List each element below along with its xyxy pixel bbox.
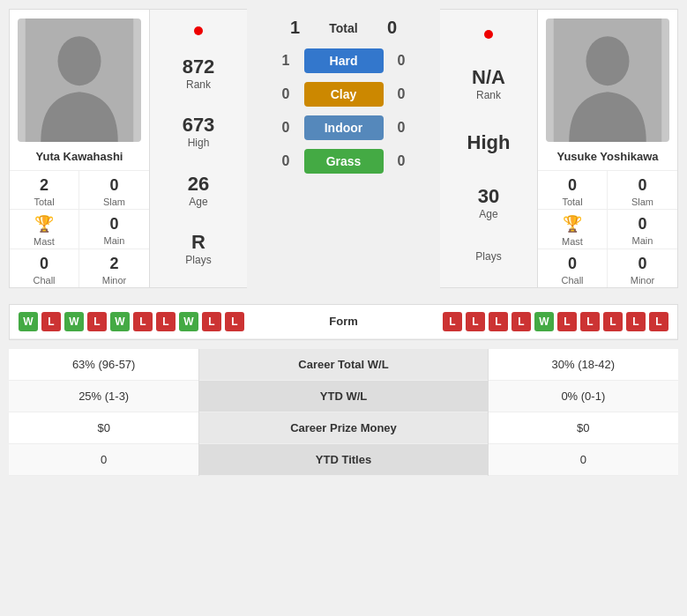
surface-row-indoor: 0 Indoor 0	[251, 115, 436, 140]
surface-btn-grass[interactable]: Grass	[304, 149, 384, 174]
right-mast-cell: 🏆 Mast	[538, 210, 608, 249]
surface-score-right-1: 0	[391, 86, 413, 102]
center-comparison: 1 Total 0 1 Hard 0 0 Clay 0 0 Indoor 0 0…	[247, 9, 440, 288]
left-total-value: 2	[13, 176, 75, 195]
stats-center-0: Career Total W/L	[199, 349, 488, 381]
right-player-stats: 0 Total 0 Slam 🏆 Mast 0 Main 0 Chall	[538, 170, 677, 287]
stats-right-1: 0% (0-1)	[488, 380, 678, 412]
left-form-badge-4: W	[110, 312, 130, 331]
left-slam-label: Slam	[83, 197, 146, 207]
total-score-right: 0	[379, 18, 406, 38]
stats-left-1: 25% (1-3)	[9, 380, 199, 412]
surface-rows: 1 Hard 0 0 Clay 0 0 Indoor 0 0 Grass 0	[251, 48, 436, 174]
left-status-dot	[194, 26, 203, 35]
right-total-value: 0	[541, 176, 603, 195]
right-chall-value: 0	[541, 255, 603, 273]
left-form-badge-5: L	[133, 312, 153, 331]
right-high-value: High	[467, 131, 511, 154]
left-age-label: Age	[188, 196, 209, 208]
left-rank-label: Rank	[183, 78, 215, 91]
stats-center-2: Career Prize Money	[199, 412, 488, 443]
right-age-value: 30	[478, 185, 499, 208]
left-plays-value: R	[185, 231, 211, 254]
section-divider-2	[9, 342, 678, 349]
surface-score-left-0: 1	[275, 53, 297, 69]
right-form-badge-4: W	[534, 312, 554, 331]
left-player-name: Yuta Kawahashi	[29, 146, 131, 170]
left-plays-block: R Plays	[185, 224, 211, 273]
left-player-stats: 2 Total 0 Slam 🏆 Mast 0 Main 0 Chall	[10, 170, 149, 287]
right-minor-value: 0	[611, 255, 674, 273]
left-main-label: Main	[83, 235, 146, 246]
right-total-cell: 0 Total	[538, 171, 608, 210]
surface-btn-hard[interactable]: Hard	[304, 48, 384, 73]
right-total-label: Total	[541, 197, 603, 207]
left-mast-value: 🏆	[13, 215, 75, 234]
right-chall-label: Chall	[541, 275, 603, 286]
stats-left-2: $0	[9, 412, 199, 443]
left-form-badge-3: L	[87, 312, 107, 331]
left-form-badge-2: W	[64, 312, 84, 331]
right-form-badge-3: L	[512, 312, 531, 331]
stats-center-1: YTD W/L	[199, 380, 488, 412]
surface-score-right-0: 0	[391, 53, 413, 69]
right-plays-label: Plays	[475, 250, 501, 263]
left-chall-value: 0	[13, 255, 75, 273]
surface-btn-clay[interactable]: Clay	[304, 82, 384, 107]
right-slam-cell: 0 Slam	[608, 171, 677, 210]
left-high-label: High	[183, 137, 215, 149]
left-rank-block: 872 Rank	[183, 48, 215, 98]
stats-center-3: YTD Titles	[199, 443, 488, 475]
stats-row-0: 63% (96-57) Career Total W/L 30% (18-42)	[9, 349, 678, 381]
right-rank-label: Rank	[472, 89, 505, 101]
right-mast-value: 🏆	[541, 215, 603, 234]
right-main-cell: 0 Main	[608, 210, 677, 249]
right-plays-block: Plays	[475, 243, 501, 270]
right-form-badge-8: L	[626, 312, 646, 331]
surface-row-hard: 1 Hard 0	[251, 48, 436, 73]
surface-btn-indoor[interactable]: Indoor	[304, 115, 384, 140]
left-chall-cell: 0 Chall	[10, 249, 79, 287]
total-label: Total	[309, 21, 379, 35]
stats-table: 63% (96-57) Career Total W/L 30% (18-42)…	[9, 349, 678, 476]
right-form-badge-6: L	[580, 312, 600, 331]
right-form-badge-1: L	[466, 312, 485, 331]
left-slam-cell: 0 Slam	[79, 171, 149, 210]
right-form-badge-5: L	[557, 312, 577, 331]
left-form-badge-0: W	[19, 312, 38, 331]
left-form-badge-6: L	[156, 312, 175, 331]
left-form-badges: WLWLWLLWLL	[19, 312, 300, 331]
left-rank-value: 872	[183, 56, 215, 78]
surface-score-left-2: 0	[275, 120, 297, 136]
stats-row-2: $0 Career Prize Money $0	[9, 412, 678, 443]
left-middle-stats: 872 Rank 673 High 26 Age R Plays	[150, 9, 247, 288]
svg-point-1	[58, 36, 101, 85]
right-player-card: Yusuke Yoshikawa 0 Total 0 Slam 🏆 Mast 0…	[537, 9, 678, 288]
left-minor-cell: 2 Minor	[79, 249, 149, 287]
right-form-badge-9: L	[649, 312, 668, 331]
right-status-dot	[484, 30, 493, 39]
left-main-value: 0	[83, 215, 146, 234]
left-form-badge-9: L	[225, 312, 244, 331]
left-slam-value: 0	[83, 176, 146, 195]
right-main-value: 0	[611, 215, 674, 234]
right-form-badges: LLLLWLLLLL	[388, 312, 669, 331]
right-player-avatar	[546, 19, 669, 142]
right-form-badge-0: L	[443, 312, 462, 331]
stats-row-1: 25% (1-3) YTD W/L 0% (0-1)	[9, 380, 678, 412]
left-high-value: 673	[183, 114, 215, 137]
left-total-cell: 2 Total	[10, 171, 79, 210]
stats-right-2: $0	[488, 412, 678, 443]
right-middle-stats: N/A Rank High 30 Age Plays	[440, 9, 537, 288]
left-form-badge-1: L	[41, 312, 61, 331]
left-form-badge-8: L	[202, 312, 221, 331]
left-player-card: Yuta Kawahashi 2 Total 0 Slam 🏆 Mast 0 M…	[9, 9, 150, 288]
left-mast-cell: 🏆 Mast	[10, 210, 79, 249]
surface-score-right-2: 0	[391, 120, 413, 136]
right-chall-cell: 0 Chall	[538, 249, 608, 287]
form-section: WLWLWLLWLL Form LLLLWLLLLL	[9, 304, 678, 340]
total-score-left: 1	[282, 18, 309, 38]
surface-row-clay: 0 Clay 0	[251, 82, 436, 107]
stats-left-3: 0	[9, 443, 199, 475]
right-age-block: 30 Age	[478, 178, 499, 227]
